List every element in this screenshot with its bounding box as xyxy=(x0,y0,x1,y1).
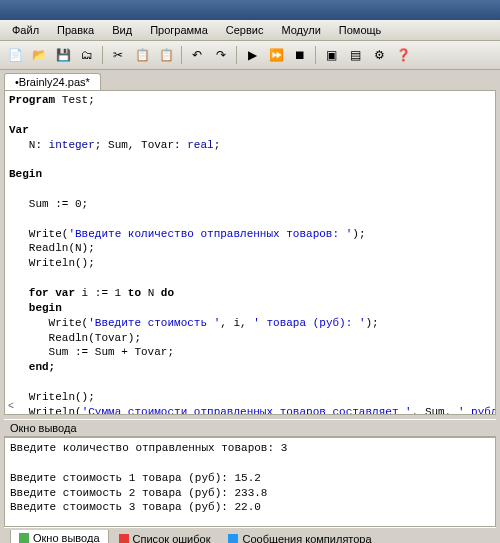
code-text: Test; xyxy=(55,94,95,106)
toolbar: 📄 📂 💾 🗂 ✂ 📋 📋 ↶ ↷ ▶ ⏩ ⏹ ▣ ▤ ⚙ ❓ xyxy=(0,41,500,70)
code-string: ' товара (руб): ' xyxy=(253,317,365,329)
code-keyword: to xyxy=(128,287,141,299)
code-string: 'Введите стоимость ' xyxy=(88,317,220,329)
code-text: i := 1 xyxy=(75,287,128,299)
module-icon[interactable]: ▤ xyxy=(344,44,366,66)
menu-edit[interactable]: Правка xyxy=(49,22,102,38)
code-keyword: Program xyxy=(9,94,55,106)
open-file-icon[interactable]: 📂 xyxy=(28,44,50,66)
code-string: 'Введите количество отправленных товаров… xyxy=(68,228,352,240)
output-panel-title: Окно вывода xyxy=(4,419,496,437)
tab-errors[interactable]: Список ошибок xyxy=(111,530,219,543)
menu-bar: Файл Правка Вид Программа Сервис Модули … xyxy=(0,20,500,41)
options-icon[interactable]: ⚙ xyxy=(368,44,390,66)
menu-modules[interactable]: Модули xyxy=(273,22,328,38)
compiler-tab-icon xyxy=(228,534,238,544)
code-text: Writeln(); xyxy=(9,257,95,269)
code-text: ; Sum, Tovar: xyxy=(95,139,187,151)
code-keyword: do xyxy=(161,287,174,299)
save-icon[interactable]: 💾 xyxy=(52,44,74,66)
tab-label: Окно вывода xyxy=(33,532,100,543)
menu-file[interactable]: Файл xyxy=(4,22,47,38)
code-text: N xyxy=(141,287,161,299)
save-all-icon[interactable]: 🗂 xyxy=(76,44,98,66)
scroll-indicator: < xyxy=(5,399,17,415)
code-keyword: end; xyxy=(9,361,55,373)
code-type: real xyxy=(187,139,213,151)
code-keyword: Var xyxy=(9,124,29,136)
run-icon[interactable]: ▶ xyxy=(241,44,263,66)
code-keyword: begin xyxy=(9,302,62,314)
errors-tab-icon xyxy=(119,534,129,544)
tab-compiler[interactable]: Сообщения компилятора xyxy=(220,530,379,543)
menu-help[interactable]: Помощь xyxy=(331,22,390,38)
copy-icon[interactable]: 📋 xyxy=(131,44,153,66)
code-text: Readln(N); xyxy=(9,242,95,254)
code-text: , Sum, xyxy=(412,406,458,415)
code-keyword: for var xyxy=(9,287,75,299)
output-line: Введите стоимость 1 товара (руб): 15.2 xyxy=(10,472,261,484)
code-text: Write( xyxy=(9,228,68,240)
code-string: 'Сумма стоимости отправленных товаров со… xyxy=(82,406,412,415)
code-text: Sum := 0; xyxy=(9,198,88,210)
code-text: Writeln(); xyxy=(9,391,95,403)
code-text: Sum := Sum + Tovar; xyxy=(9,346,174,358)
menu-view[interactable]: Вид xyxy=(104,22,140,38)
step-icon[interactable]: ⏩ xyxy=(265,44,287,66)
file-tab[interactable]: •Brainly24.pas* xyxy=(4,73,101,90)
form-icon[interactable]: ▣ xyxy=(320,44,342,66)
menu-program[interactable]: Программа xyxy=(142,22,216,38)
editor-tabs: •Brainly24.pas* xyxy=(0,70,500,90)
code-keyword: Begin xyxy=(9,168,42,180)
output-tab-icon xyxy=(19,533,29,543)
output-line: Введите стоимость 2 товара (руб): 233.8 xyxy=(10,487,267,499)
code-text: Readln(Tovar); xyxy=(9,332,141,344)
toolbar-separator xyxy=(102,46,103,64)
undo-icon[interactable]: ↶ xyxy=(186,44,208,66)
redo-icon[interactable]: ↷ xyxy=(210,44,232,66)
code-text: Writeln( xyxy=(9,406,82,415)
code-editor[interactable]: Program Test; Var N: integer; Sum, Tovar… xyxy=(4,90,496,415)
output-line: Введите количество отправленных товаров:… xyxy=(10,442,287,454)
help-icon[interactable]: ❓ xyxy=(392,44,414,66)
stop-icon[interactable]: ⏹ xyxy=(289,44,311,66)
tab-label: Сообщения компилятора xyxy=(242,533,371,544)
code-text: ); xyxy=(365,317,378,329)
code-type: integer xyxy=(49,139,95,151)
output-panel[interactable]: Введите количество отправленных товаров:… xyxy=(4,437,496,527)
code-string: ' рублей' xyxy=(458,406,496,415)
code-text: , i, xyxy=(220,317,253,329)
toolbar-separator xyxy=(315,46,316,64)
cut-icon[interactable]: ✂ xyxy=(107,44,129,66)
new-file-icon[interactable]: 📄 xyxy=(4,44,26,66)
tab-output[interactable]: Окно вывода xyxy=(10,530,109,543)
code-text: ; xyxy=(214,139,221,151)
menu-service[interactable]: Сервис xyxy=(218,22,272,38)
output-line: Введите стоимость 3 товара (руб): 22.0 xyxy=(10,501,261,513)
toolbar-separator xyxy=(181,46,182,64)
code-text: ); xyxy=(352,228,365,240)
code-text: N: xyxy=(9,139,49,151)
toolbar-separator xyxy=(236,46,237,64)
paste-icon[interactable]: 📋 xyxy=(155,44,177,66)
tab-label: Список ошибок xyxy=(133,533,211,544)
window-titlebar xyxy=(0,0,500,20)
code-text: Write( xyxy=(9,317,88,329)
bottom-tabs: Окно вывода Список ошибок Сообщения комп… xyxy=(4,527,496,543)
